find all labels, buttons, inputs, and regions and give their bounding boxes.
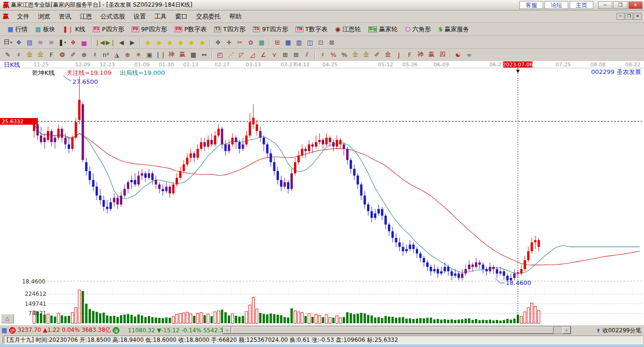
qiankun-pattern-icon[interactable]: ❖ <box>68 37 78 47</box>
hexagon-button[interactable]: ⬡六角形 <box>401 24 434 35</box>
gann-circle-icon[interactable]: ⊕ <box>79 50 89 59</box>
infinity-icon[interactable]: ∞ <box>464 50 474 59</box>
homepage-button[interactable]: 主页 <box>570 1 593 9</box>
candle-period-dropdown-icon[interactable]: 日▾ <box>3 37 13 47</box>
kline-button[interactable]: ❚❘K线 <box>59 24 89 35</box>
mdi-close-button[interactable]: ✕ <box>634 13 642 20</box>
t-square-button[interactable]: T3T四方形 <box>210 24 249 35</box>
p-number-button[interactable]: PNP数字表 <box>171 24 210 35</box>
notebook-icon[interactable]: ▥ <box>294 37 304 47</box>
brush-tool-icon[interactable]: ✐ <box>68 50 78 59</box>
percent-retrace-icon[interactable]: % <box>329 50 339 59</box>
menu-item-8[interactable]: 交易委托 <box>192 11 225 21</box>
candle-style-dropdown-icon[interactable]: ❚▾ <box>57 37 67 47</box>
menu-item-9[interactable]: 帮助 <box>225 11 246 21</box>
diamond-expand-v-icon[interactable]: ◆ <box>187 37 197 47</box>
f10-notes-icon[interactable]: ▤ <box>25 37 35 47</box>
minimize-button[interactable]: ─ <box>598 1 612 9</box>
p9-square-button[interactable]: P99P四方形 <box>128 24 171 35</box>
menu-item-5[interactable]: 设置 <box>129 11 150 21</box>
ratio-lines-icon[interactable]: ♯ <box>318 50 328 59</box>
diamond-center-icon[interactable]: ◆ <box>176 37 186 47</box>
percent-lines-icon[interactable]: % <box>340 50 349 59</box>
win-grid-icon[interactable]: 赢 <box>178 50 188 59</box>
spiral-tool-icon[interactable]: ❂ <box>57 50 67 59</box>
box-tool-icon[interactable]: ◰ <box>215 50 225 59</box>
black-grid2-icon[interactable]: ⊞ <box>291 50 301 59</box>
mdi-restore-button[interactable]: ❐ <box>625 13 633 20</box>
split-line-icon[interactable]: ❘❘ <box>155 50 166 59</box>
pen-tool-icon[interactable]: ✎ <box>3 50 13 59</box>
flower-tool-icon[interactable]: ✿ <box>246 37 256 47</box>
quote-button[interactable]: ▦行情 <box>4 24 31 35</box>
gann-wheel-button[interactable]: ◉江恩轮 <box>331 24 365 35</box>
diamond-expand-all-icon[interactable]: ◆ <box>197 37 207 47</box>
winner-service-button[interactable]: $赢家服务 <box>435 24 473 35</box>
menu-item-1[interactable]: 浏览 <box>34 11 54 21</box>
diamond-shift-right-icon[interactable]: ◆ <box>154 37 164 47</box>
mini-chart9-icon[interactable]: ≋ <box>46 37 56 47</box>
kline-chart-area[interactable]: 11-2512-0912-2301-0901-3002-1302-2703-13… <box>0 61 644 325</box>
scroll-left-button[interactable]: ‹ <box>223 327 231 334</box>
nav-first-icon[interactable]: ❘◀ <box>95 37 105 47</box>
winner-wheel-button[interactable]: Big赢家轮 <box>365 24 402 35</box>
forum-button[interactable]: 论坛 <box>545 1 568 9</box>
user-data-icon[interactable]: ⊠ <box>327 37 337 47</box>
angle-lines-icon[interactable]: ∠ <box>259 50 268 59</box>
f-lines-icon[interactable]: F <box>46 50 56 59</box>
diamond-expand-h-icon[interactable]: ◆ <box>165 37 175 47</box>
mdi-minimize-button[interactable]: ─ <box>617 13 625 20</box>
menu-item-2[interactable]: 资讯 <box>54 11 75 21</box>
radial-lines-icon[interactable]: ✳ <box>134 50 143 59</box>
menu-item-4[interactable]: 公式选股 <box>96 11 129 21</box>
save-icon[interactable]: ◫ <box>305 37 315 47</box>
f-angle-icon[interactable]: F <box>405 50 415 59</box>
compass-tool-icon[interactable]: ⊕ <box>123 50 133 59</box>
p-square-button[interactable]: P3P四方形 <box>89 24 128 35</box>
n-square-icon[interactable]: n² <box>101 50 111 59</box>
nav-next-icon[interactable]: ▶ <box>127 37 137 47</box>
menu-item-3[interactable]: 江恩 <box>75 11 96 21</box>
gold-circle-icon[interactable]: 金 <box>350 50 360 59</box>
diamond-shift-left-icon[interactable]: ◆ <box>143 37 153 47</box>
hand-tool-icon[interactable]: ✥ <box>213 37 223 47</box>
t9-square-button[interactable]: T99T四方形 <box>249 24 292 35</box>
calendar-icon[interactable]: ⊞ <box>272 37 282 47</box>
pattern-tool-icon[interactable]: ▦ <box>257 37 267 47</box>
menu-item-0[interactable]: 文件 <box>13 11 34 21</box>
price-lines-icon[interactable]: ♯ <box>14 50 24 59</box>
t-number-button[interactable]: TNT数字表 <box>292 24 331 35</box>
golden-grid-icon[interactable]: 金 <box>25 50 35 59</box>
shape-tool2-icon[interactable]: ◿ <box>248 50 258 59</box>
menu-item-6[interactable]: 工具 <box>150 11 171 21</box>
close-button[interactable]: ✕ <box>628 1 643 9</box>
parallel-lines-icon[interactable]: ⫽ <box>302 50 312 59</box>
calculator-icon[interactable]: ▦ <box>283 37 293 47</box>
god-angle-icon[interactable]: 神 <box>416 50 426 59</box>
cut-tool-icon[interactable]: ✂ <box>235 37 245 47</box>
restore-button[interactable]: ❐ <box>613 1 627 9</box>
four-angle-icon[interactable]: 四 <box>438 50 447 59</box>
mini-chart3-icon[interactable]: ≋ <box>36 37 45 47</box>
j-angle-icon[interactable]: J <box>394 50 404 59</box>
chart-export-icon[interactable]: ⊡ <box>316 37 326 47</box>
time-lines-icon[interactable]: ♯ <box>90 50 100 59</box>
width-measure-icon[interactable]: ↔ <box>199 50 209 59</box>
god-grid-icon[interactable]: 神 <box>167 50 177 59</box>
knife-tool-icon[interactable]: ✐ <box>372 50 382 59</box>
gold-bands-icon[interactable]: 金 <box>361 50 371 59</box>
market-grid-icon[interactable]: ▦ <box>1 327 7 334</box>
win-angle-icon[interactable]: 赢 <box>427 50 437 59</box>
black-grid-icon[interactable]: ⊞ <box>280 50 290 59</box>
nav-last-icon[interactable]: ▶❘ <box>106 37 116 47</box>
yinyang-icon[interactable]: ☯ <box>453 50 463 59</box>
window-pattern-icon[interactable]: ❖ <box>14 37 24 47</box>
tick-receive-status[interactable]: ↟ 收002299分笔 <box>596 327 641 335</box>
color-histogram-icon[interactable]: ▅ <box>79 37 89 47</box>
golden-grid2-icon[interactable]: 金 <box>36 50 45 59</box>
sector-button[interactable]: ▩板块 <box>31 24 59 35</box>
check-lines-icon[interactable]: ⋎ <box>269 50 279 59</box>
scrollbar-thumb[interactable] <box>232 327 554 334</box>
volume-pane-toggle-button[interactable]: △ <box>1 314 14 323</box>
nav-prev-icon[interactable]: ◀ <box>116 37 126 47</box>
